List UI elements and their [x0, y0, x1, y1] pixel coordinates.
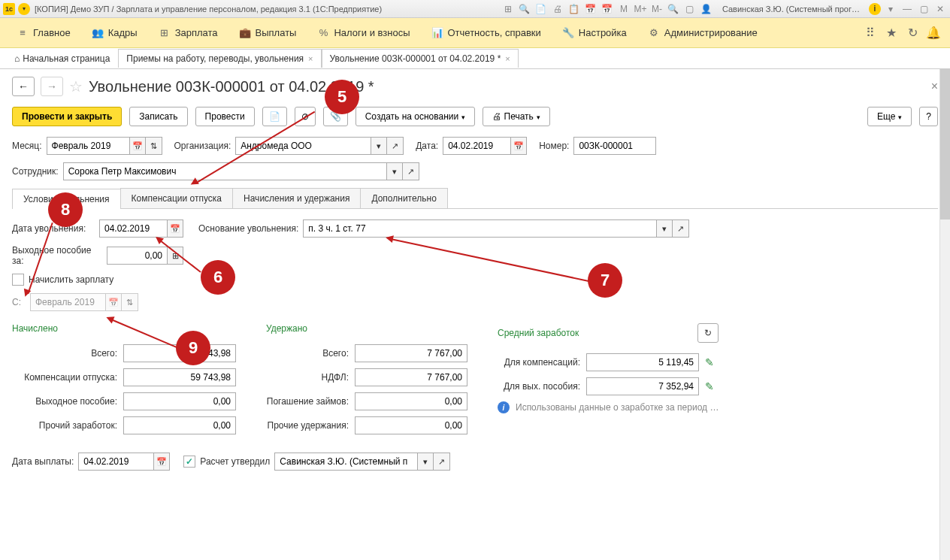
withheld-total-input[interactable]: [355, 344, 467, 362]
close-window-icon[interactable]: ✕: [933, 2, 947, 16]
open-icon[interactable]: ↗: [673, 219, 689, 238]
for-sev-input[interactable]: [586, 377, 699, 395]
post-button[interactable]: Провести: [195, 107, 255, 126]
calendar-icon[interactable]: 📅: [510, 137, 527, 155]
calc-salary-row: Начислить зарплату: [12, 274, 938, 286]
dropdown-icon[interactable]: ▾: [386, 162, 403, 180]
tab-hiring[interactable]: Приемы на работу, переводы, увольнения×: [118, 49, 321, 68]
toolbar-calc-icon[interactable]: 📅: [601, 2, 614, 16]
close-tab-icon[interactable]: ×: [308, 54, 313, 63]
document-tabs: Условия увольнения Компенсации отпуска Н…: [12, 188, 938, 209]
maximize-icon[interactable]: ▢: [917, 2, 930, 16]
toolbar-icon-1[interactable]: ⊞: [501, 2, 515, 16]
memory-mplus[interactable]: M+: [634, 2, 647, 16]
star-icon[interactable]: ★: [881, 23, 902, 44]
reason-input[interactable]: [303, 219, 656, 238]
toolbar-icon-5[interactable]: 📋: [567, 2, 581, 16]
help-button[interactable]: ?: [919, 107, 938, 126]
dropdown-icon[interactable]: ▾: [417, 453, 434, 471]
menu-hr[interactable]: 👥Кадры: [81, 18, 148, 47]
spinner-icon[interactable]: ⇅: [146, 137, 162, 155]
approved-label: Расчет утвердил: [200, 456, 270, 467]
severance-pay-input[interactable]: [123, 392, 236, 410]
other-income-input[interactable]: [123, 416, 236, 434]
approved-by-input[interactable]: [274, 453, 417, 471]
edit-icon[interactable]: ✎: [705, 380, 714, 392]
loan-input[interactable]: [355, 392, 467, 410]
info-icon[interactable]: i: [869, 3, 881, 15]
close-page-icon[interactable]: ×: [931, 80, 938, 93]
calc-salary-checkbox[interactable]: [12, 274, 24, 286]
menu-settings[interactable]: 🔧Настройка: [552, 18, 637, 47]
scrollbar-thumb[interactable]: [940, 69, 950, 219]
document-action-button[interactable]: 📄: [262, 107, 287, 126]
vacation-comp-input[interactable]: [123, 368, 236, 386]
tab-additional[interactable]: Дополнительно: [360, 188, 447, 208]
menu-admin[interactable]: ⚙Администрирование: [637, 18, 768, 47]
minimize-icon[interactable]: —: [900, 2, 914, 16]
for-comp-input[interactable]: [586, 353, 699, 371]
post-and-close-button[interactable]: Провести и закрыть: [12, 107, 122, 126]
calendar-icon[interactable]: 📅: [129, 137, 146, 155]
app-menu-dropdown[interactable]: ▾: [18, 3, 30, 15]
info-icon[interactable]: i: [498, 401, 510, 413]
month-input[interactable]: [47, 137, 129, 155]
save-button[interactable]: Записать: [129, 107, 187, 126]
user-name[interactable]: Савинская З.Ю. (Системный прог…: [722, 5, 860, 14]
bell-icon[interactable]: 🔔: [923, 23, 944, 44]
edit-icon[interactable]: ✎: [705, 356, 714, 368]
nav-forward-button[interactable]: →: [41, 77, 63, 96]
loan-label: Погашение займов:: [266, 396, 349, 407]
toolbar-calendar-icon[interactable]: 📅: [584, 2, 598, 16]
memory-mminus[interactable]: M-: [650, 2, 664, 16]
payout-date-input[interactable]: [78, 453, 153, 471]
total-label: Всего:: [12, 348, 117, 359]
vertical-scrollbar[interactable]: [939, 69, 950, 560]
toolbar-icon-4[interactable]: 🖨: [551, 2, 564, 16]
chart-icon: 📊: [431, 27, 443, 39]
approved-checkbox[interactable]: [183, 456, 195, 468]
menu-salary[interactable]: ⊞Зарплата: [148, 18, 228, 47]
toolbar-icon-extra[interactable]: ▢: [683, 2, 697, 16]
tab-home[interactable]: ⌂Начальная страница: [6, 49, 118, 68]
people-icon: 👥: [92, 27, 104, 39]
toolbar-icon-2[interactable]: 🔍: [518, 2, 531, 16]
severance-input[interactable]: [107, 247, 167, 265]
date-input[interactable]: [443, 137, 510, 155]
refresh-button[interactable]: ↻: [697, 323, 719, 343]
nav-back-button[interactable]: ←: [12, 77, 35, 96]
memory-m[interactable]: M: [617, 2, 631, 16]
more-button[interactable]: Еще▾: [867, 107, 912, 126]
history-icon[interactable]: ↻: [902, 23, 923, 44]
number-input[interactable]: [573, 137, 656, 155]
tab-vacation-comp[interactable]: Компенсации отпуска: [120, 188, 233, 208]
menu-main[interactable]: ≡Главное: [6, 18, 81, 47]
dropdown-icon[interactable]: ▾: [371, 137, 387, 155]
other-withheld-input[interactable]: [355, 416, 467, 434]
calendar-icon[interactable]: 📅: [153, 453, 170, 471]
tab-dismissal[interactable]: Увольнение 00ЗК-000001 от 04.02.2019 *×: [322, 49, 519, 68]
tab-accruals[interactable]: Начисления и удержания: [232, 188, 361, 208]
spinner-icon: ⇅: [122, 293, 138, 311]
favorite-star-icon[interactable]: ☆: [69, 77, 83, 95]
menu-payments[interactable]: 💼Выплаты: [228, 18, 307, 47]
print-button[interactable]: 🖨 Печать▾: [483, 107, 550, 126]
ndfl-input[interactable]: [355, 368, 467, 386]
open-icon[interactable]: ↗: [434, 453, 450, 471]
close-tab-icon[interactable]: ×: [505, 54, 510, 63]
dropdown-icon[interactable]: ▾: [884, 2, 897, 16]
create-based-button[interactable]: Создать на основании▾: [355, 107, 476, 126]
open-icon[interactable]: ↗: [403, 162, 419, 180]
dropdown-icon[interactable]: ▾: [656, 219, 673, 238]
reason-label: Основание увольнения:: [198, 223, 298, 234]
calendar-icon[interactable]: 📅: [167, 219, 183, 238]
apps-grid-icon[interactable]: ⠿: [860, 23, 881, 44]
menu-reports[interactable]: 📊Отчетность, справки: [421, 18, 552, 47]
titlebar: 1c ▾ [КОПИЯ] Демо ЗУП / Зарплата и управ…: [0, 0, 950, 18]
menu-taxes[interactable]: %Налоги и взносы: [307, 18, 420, 47]
zoom-icon[interactable]: 🔍: [667, 2, 680, 16]
for-comp-label: Для компенсаций:: [498, 357, 580, 368]
open-icon[interactable]: ↗: [387, 137, 404, 155]
home-icon: ⌂: [14, 53, 20, 64]
toolbar-icon-3[interactable]: 📄: [534, 2, 548, 16]
